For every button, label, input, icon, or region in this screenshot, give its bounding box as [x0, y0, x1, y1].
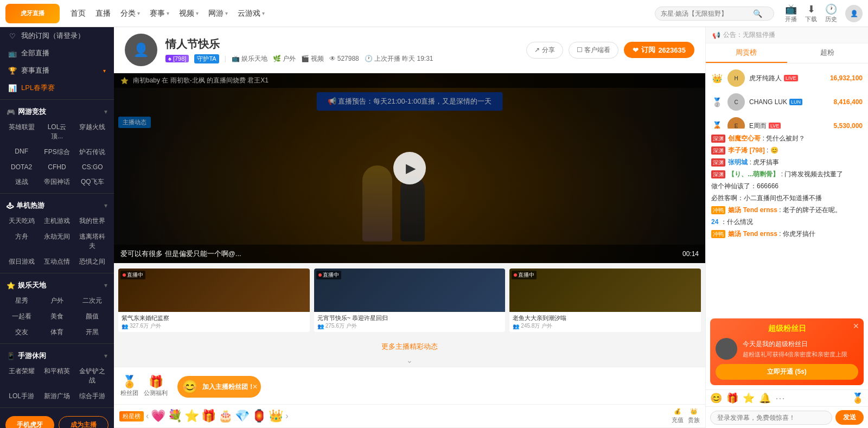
- nav-category[interactable]: 分类▾: [120, 9, 140, 18]
- notify-close-button[interactable]: ✕: [252, 383, 258, 391]
- send-button[interactable]: 发送: [835, 410, 864, 425]
- grid-item-mobile-misc[interactable]: 综合手游: [75, 389, 110, 404]
- grid-item-csgo[interactable]: CS:GO: [75, 161, 110, 174]
- grid-item-food[interactable]: 美食: [40, 309, 74, 324]
- gift-heart-icon[interactable]: 💗: [151, 409, 165, 423]
- sidebar-section-entertainment[interactable]: ⭐ 娱乐天地 ▾: [0, 276, 114, 292]
- grid-item-dnf[interactable]: DNF: [4, 145, 39, 159]
- grid-item-star[interactable]: 星秀: [4, 293, 39, 308]
- gift-diamond-icon[interactable]: 💎: [235, 409, 250, 423]
- grid-item-interactive[interactable]: 互动点情: [40, 254, 74, 269]
- grid-item-horror[interactable]: 恐惧之间: [75, 254, 110, 269]
- sidebar-item-all-live[interactable]: 📺 全部直播: [0, 44, 114, 62]
- fan-item-welfare[interactable]: 🎁 公测福利: [144, 375, 168, 397]
- fans-badge-btn[interactable]: 粉星榜: [119, 411, 144, 421]
- search-input[interactable]: [661, 10, 753, 17]
- grid-item-mc[interactable]: 我的世界: [75, 214, 110, 228]
- ent-collapse-icon[interactable]: ▾: [104, 282, 107, 289]
- share-button[interactable]: ↗ 分享: [526, 42, 563, 59]
- grid-item-cfhd[interactable]: CFHD: [40, 161, 74, 174]
- sidebar-item-lpl[interactable]: 📊 LPL春季赛: [0, 79, 114, 97]
- grid-item-eternal[interactable]: 永劫无间: [40, 229, 74, 253]
- sidebar-item-esports-live[interactable]: 🏆 赛事直播 ▾: [0, 62, 114, 79]
- popup-close-button[interactable]: ✕: [853, 322, 859, 330]
- grid-item-hs[interactable]: 炉石传说: [75, 145, 110, 159]
- nav-cloudgame[interactable]: 云游戏▾: [238, 9, 265, 18]
- grid-item-cf[interactable]: 穿越火线: [75, 120, 110, 144]
- grid-item-qq[interactable]: QQ飞车: [75, 175, 110, 189]
- grid-item-newgame[interactable]: 新游广场: [40, 389, 74, 404]
- charge-button[interactable]: 💰 充值: [672, 408, 684, 424]
- grid-item-wzry[interactable]: 王者荣耀: [4, 364, 39, 388]
- star-react-icon[interactable]: ⭐: [743, 392, 755, 404]
- grid-item-sports[interactable]: 体育: [40, 325, 74, 340]
- gift-flower-icon[interactable]: 💐: [168, 409, 182, 423]
- noble-button[interactable]: 👑 贵族: [688, 408, 700, 424]
- video-overlay[interactable]: ▶: [114, 73, 705, 263]
- grid-item-holiday[interactable]: 假日游戏: [4, 254, 39, 269]
- broadcast-action[interactable]: 📺 开播: [785, 3, 797, 23]
- fan-item-fans[interactable]: 🏅 粉丝团: [120, 375, 138, 397]
- nav-live[interactable]: 直播: [95, 9, 111, 18]
- grid-item-lol-mobile[interactable]: LOL手游: [4, 389, 39, 404]
- rank-tab-weekly[interactable]: 周贡榜: [706, 43, 787, 63]
- grid-item-watch[interactable]: 一起看: [4, 309, 39, 324]
- logo[interactable]: 虎牙直播: [5, 4, 60, 23]
- channel-info[interactable]: 📺 娱乐天地: [232, 54, 267, 63]
- gift-crown-icon[interactable]: 👑: [269, 409, 283, 423]
- sidebar-section-single[interactable]: 🕹 单机热游 ▾: [0, 196, 114, 213]
- become-streamer-button[interactable]: 成为主播: [59, 416, 108, 428]
- grid-item-anime[interactable]: 二次元: [75, 293, 110, 308]
- bell-icon[interactable]: 🔔: [759, 392, 771, 404]
- grid-item-lol[interactable]: 英雄联盟: [4, 120, 39, 144]
- medal-icon[interactable]: 🏅: [852, 392, 864, 404]
- grid-item-mz[interactable]: 迷战: [4, 175, 39, 189]
- scroll-left-icon[interactable]: ‹: [146, 411, 149, 421]
- grid-item-outdoor[interactable]: 户外: [40, 293, 74, 308]
- gift-gift-icon[interactable]: 🎁: [201, 409, 216, 423]
- nav-home[interactable]: 首页: [71, 9, 86, 18]
- video-container[interactable]: ⭐ 南初baby 在 雨初歌-北枫 的直播间烧费 君王X1 📢 直播预告：每天2…: [114, 73, 705, 263]
- grid-item-peace[interactable]: 和平精英: [40, 364, 74, 388]
- more-icon[interactable]: ⋯: [775, 392, 785, 404]
- single-collapse-icon[interactable]: ▾: [104, 202, 107, 209]
- stream-card-2[interactable]: 直播中 老鱼大大亲到潮汐嗡 👥 245.8万 户外: [509, 269, 701, 332]
- grid-item-ark[interactable]: 方舟: [4, 229, 39, 253]
- collapse-icon[interactable]: ▾: [104, 108, 107, 116]
- user-avatar[interactable]: 👤: [845, 5, 863, 22]
- grid-item-lol-tft[interactable]: LOL云顶...: [40, 120, 74, 144]
- grid-item-dark[interactable]: 开黑: [75, 325, 110, 340]
- mobile-collapse-icon[interactable]: ▾: [104, 352, 107, 360]
- history-action[interactable]: 🕐 历史: [825, 3, 837, 23]
- subscribe-button[interactable]: ❤ 订阅 2623635: [624, 42, 694, 58]
- search-icon[interactable]: 🔍: [753, 9, 762, 18]
- nav-netgame[interactable]: 网游▾: [208, 9, 228, 18]
- grid-item-tarkov[interactable]: 逃离塔科夫: [75, 229, 110, 253]
- download-action[interactable]: ⬇ 下载: [805, 3, 817, 23]
- grid-item-console[interactable]: 主机游戏: [40, 214, 74, 228]
- more-chevron[interactable]: ⌄: [114, 356, 705, 365]
- smile-icon[interactable]: 😊: [710, 392, 722, 404]
- more-activity-btn[interactable]: 更多主播精彩动态: [114, 337, 705, 356]
- grid-item-dota2[interactable]: DOTA2: [4, 161, 39, 174]
- grid-item-chicken[interactable]: 天天吃鸡: [4, 214, 39, 228]
- gift-cake-icon[interactable]: 🎂: [218, 409, 233, 423]
- sidebar-item-subscription[interactable]: ♡ 我的订阅（请登录）: [0, 27, 114, 44]
- nav-esports[interactable]: 赛事▾: [150, 9, 169, 18]
- sidebar-section-esports[interactable]: 🎮 网游竞技 ▾: [0, 103, 114, 119]
- gift-react-icon[interactable]: 🎁: [726, 392, 738, 404]
- rank-tab-superfan[interactable]: 超粉: [787, 43, 869, 63]
- nav-video[interactable]: 视频▾: [179, 9, 199, 18]
- streamer-avatar[interactable]: 👤: [125, 34, 157, 66]
- client-service-button[interactable]: ☐ 客户端看: [569, 42, 618, 59]
- grid-item-fps[interactable]: FPS综合: [40, 145, 74, 159]
- gift-star-icon[interactable]: ⭐: [184, 409, 199, 423]
- scroll-right-icon[interactable]: ›: [285, 411, 288, 421]
- chat-input[interactable]: [710, 411, 832, 425]
- stream-card-0[interactable]: 直播中 紫气东来婚纪监察 👥 327.6万 户外: [118, 269, 310, 332]
- grid-item-shovel[interactable]: 金铲铲之战: [75, 364, 110, 388]
- sub-channel-info[interactable]: 🌿 户外: [273, 54, 296, 63]
- gift-lantern-icon[interactable]: 🏮: [252, 409, 266, 423]
- grid-item-empire[interactable]: 帝国神话: [40, 175, 74, 189]
- mobile-huya-button[interactable]: 手机虎牙: [5, 416, 54, 428]
